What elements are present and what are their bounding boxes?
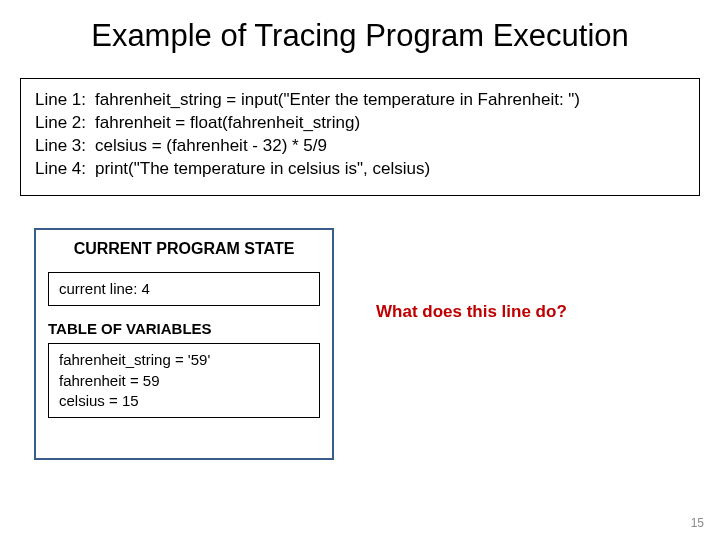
variable-row: celsius = 15 bbox=[59, 391, 309, 411]
line-number: Line 4: bbox=[35, 158, 95, 181]
code-row: Line 2: fahrenheit = float(fahrenheit_st… bbox=[35, 112, 685, 135]
slide-title: Example of Tracing Program Execution bbox=[0, 0, 720, 62]
code-text: celsius = (fahrenheit - 32) * 5/9 bbox=[95, 135, 685, 158]
line-number: Line 1: bbox=[35, 89, 95, 112]
code-row: Line 1: fahrenheit_string = input("Enter… bbox=[35, 89, 685, 112]
state-header: CURRENT PROGRAM STATE bbox=[36, 230, 332, 266]
code-listing-box: Line 1: fahrenheit_string = input("Enter… bbox=[20, 78, 700, 196]
variables-box: fahrenheit_string = '59' fahrenheit = 59… bbox=[48, 343, 320, 418]
line-number: Line 2: bbox=[35, 112, 95, 135]
line-number: Line 3: bbox=[35, 135, 95, 158]
page-number: 15 bbox=[691, 516, 704, 530]
code-row: Line 4: print("The temperature in celsiu… bbox=[35, 158, 685, 181]
variable-row: fahrenheit_string = '59' bbox=[59, 350, 309, 370]
question-text: What does this line do? bbox=[376, 302, 567, 322]
variables-label: TABLE OF VARIABLES bbox=[48, 320, 320, 337]
code-text: fahrenheit = float(fahrenheit_string) bbox=[95, 112, 685, 135]
program-state-panel: CURRENT PROGRAM STATE current line: 4 TA… bbox=[34, 228, 334, 460]
variable-row: fahrenheit = 59 bbox=[59, 371, 309, 391]
current-line-box: current line: 4 bbox=[48, 272, 320, 306]
code-text: print("The temperature in celsius is", c… bbox=[95, 158, 685, 181]
code-row: Line 3: celsius = (fahrenheit - 32) * 5/… bbox=[35, 135, 685, 158]
code-text: fahrenheit_string = input("Enter the tem… bbox=[95, 89, 685, 112]
current-line-text: current line: 4 bbox=[59, 280, 150, 297]
